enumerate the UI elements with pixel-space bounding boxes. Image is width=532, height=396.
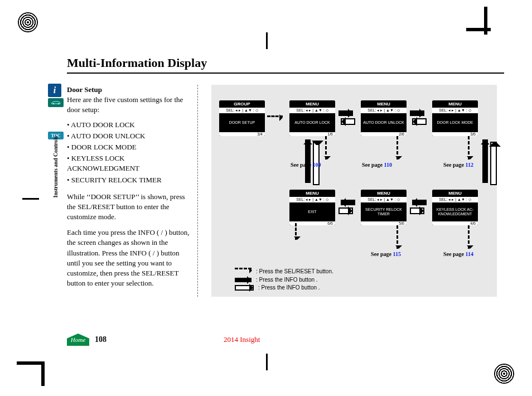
screen-security-relock: MENU SEL: ◂ ▸ | ▲▼ : ◇ SECURITY RELOCK T… — [361, 190, 407, 225]
screen-body: AUTO DOOR LOCK — [289, 113, 335, 132]
arrow-dashed — [295, 223, 297, 240]
crop-mark — [17, 361, 45, 389]
info-tab[interactable]: i — [48, 84, 61, 97]
car-tab-icon[interactable] — [48, 98, 64, 107]
arrow-hollow — [412, 118, 427, 125]
bullet-item: DOOR LOCK MODE — [67, 142, 190, 152]
see-page-ref: See page 115 — [371, 251, 401, 257]
screen-footer: 3/6 — [432, 132, 478, 136]
page-link[interactable]: 110 — [384, 162, 391, 168]
screen-footer: 4/6 — [432, 221, 478, 225]
page-link[interactable]: 115 — [393, 251, 400, 257]
screen-body: SECURITY RELOCK TIMER — [361, 202, 407, 221]
screen-header: MENU — [289, 100, 335, 108]
page-link[interactable]: 109 — [312, 162, 321, 168]
screen-selbar: SEL: ◂ ▸ | ▲▼ : ◇ — [219, 108, 265, 113]
screen-selbar: SEL: ◂ ▸ | ▲▼ : ◇ — [289, 108, 335, 113]
bullet-item: SECURITY RELOCK TIMER — [67, 175, 190, 185]
legend-arrow-solid-icon — [235, 278, 252, 282]
arrow-dashed — [325, 136, 327, 160]
screen-selbar: SEL: ◂ ▸ | ▲▼ : ◇ — [361, 197, 407, 202]
screen-keyless-ack: MENU SEL: ◂ ▸ | ▲▼ : ◇ KEYLESS LOCK AC- … — [432, 190, 478, 225]
legend-text: : Press the INFO button . — [256, 277, 318, 283]
screen-selbar: SEL: ◂ ▸ | ▲▼ : ◇ — [432, 197, 478, 202]
arrow-solid — [482, 139, 488, 183]
screen-auto-door-unlock: MENU SEL: ◂ ▸ | ▲▼ : ◇ AUTO DOOR UNLOCK … — [361, 100, 407, 136]
screen-header: GROUP — [219, 100, 265, 108]
arrow-solid — [412, 200, 427, 205]
see-page-ref: See page 114 — [443, 251, 473, 257]
paragraph: Each time you press the INFO ( / ) butto… — [67, 228, 190, 288]
screen-footer: 1/6 — [289, 132, 335, 136]
screen-exit: MENU SEL: ◂ ▸ | ▲▼ : ◇ EXIT 6/6 — [289, 190, 335, 225]
arrow-dashed — [396, 136, 398, 160]
section-label: Instruments and Controls — [52, 136, 59, 197]
registration-mark — [18, 12, 38, 32]
crop-mark — [266, 32, 268, 49]
arrow-dashed — [468, 136, 470, 160]
page-title: Multi-Information Display — [67, 56, 504, 74]
screen-body: AUTO DOOR UNLOCK — [361, 113, 407, 132]
screen-selbar: SEL: ◂ ▸ | ▲▼ : ◇ — [361, 108, 407, 113]
legend-text: : Press the SEL/RESET button. — [256, 268, 333, 274]
screen-header: MENU — [432, 190, 478, 197]
bullet-item: AUTO DOOR LOCK — [67, 120, 190, 130]
screen-body: KEYLESS LOCK AC- KNOWLEDGMENT — [432, 202, 478, 221]
bullet-item: AUTO DOOR UNLOCK — [67, 131, 190, 141]
screen-header: MENU — [361, 190, 407, 197]
see-page-ref: See page 110 — [362, 162, 392, 168]
screen-body: DOOR LOCK MODE — [432, 113, 478, 132]
crop-mark — [22, 198, 39, 200]
arrow-solid — [338, 110, 353, 116]
screen-header: MENU — [361, 100, 407, 108]
arrow-hollow — [410, 207, 424, 214]
arrow-solid — [305, 139, 311, 183]
arrow-hollow — [338, 207, 353, 214]
page-number: 108 — [95, 335, 107, 344]
screen-header: MENU — [289, 190, 335, 197]
paragraph: While ‘‘DOOR SETUP’’ is shown, press the… — [67, 192, 190, 223]
arrow-dashed — [396, 225, 398, 249]
arrow-hollow — [490, 142, 497, 185]
screen-body: DOOR SETUP — [219, 113, 265, 132]
arrow-solid — [341, 200, 355, 205]
screen-door-setup: GROUP SEL: ◂ ▸ | ▲▼ : ◇ DOOR SETUP 3/4 — [219, 100, 265, 136]
arrow-solid — [410, 110, 424, 116]
crop-mark — [484, 7, 515, 35]
screen-footer: 2/6 — [361, 132, 407, 136]
screen-door-lock-mode: MENU SEL: ◂ ▸ | ▲▼ : ◇ DOOR LOCK MODE 3/… — [432, 100, 478, 136]
legend-arrow-dashed-icon — [235, 268, 252, 275]
arrow-dashed — [267, 115, 283, 117]
crop-mark — [266, 354, 268, 370]
legend-text: : Press the INFO button . — [258, 284, 320, 291]
subheading: Door Setup — [67, 85, 102, 94]
flow-diagram: GROUP SEL: ◂ ▸ | ▲▼ : ◇ DOOR SETUP 3/4 M… — [211, 85, 497, 297]
vehicle-label: 2014 Insight — [224, 335, 260, 344]
screen-selbar: SEL: ◂ ▸ | ▲▼ : ◇ — [289, 197, 335, 202]
screen-selbar: SEL: ◂ ▸ | ▲▼ : ◇ — [432, 108, 478, 113]
screen-auto-door-lock: MENU SEL: ◂ ▸ | ▲▼ : ◇ AUTO DOOR LOCK 1/… — [289, 100, 335, 136]
screen-header: MENU — [432, 100, 478, 108]
page-link[interactable]: 112 — [465, 162, 473, 168]
legend-arrow-hollow-icon — [235, 285, 254, 291]
diagram-legend: : Press the SEL/RESET button. : Press th… — [235, 266, 333, 292]
see-page-ref: See page 112 — [443, 162, 473, 168]
svg-point-0 — [53, 103, 55, 105]
arrow-hollow — [341, 118, 355, 125]
see-page-ref: See page 109 — [291, 162, 321, 168]
svg-point-1 — [58, 103, 60, 105]
screen-body: EXIT — [289, 202, 335, 221]
page-link[interactable]: 114 — [465, 251, 473, 257]
registration-mark — [494, 364, 514, 384]
intro-text: Here are the five custom settings for th… — [67, 95, 183, 114]
screen-footer: 3/4 — [219, 132, 265, 136]
home-button[interactable]: Home — [67, 334, 89, 346]
screen-footer: 5/6 — [361, 221, 407, 225]
body-text-column: Door Setup Here are the five custom sett… — [67, 85, 198, 297]
arrow-dashed — [468, 225, 470, 249]
bullet-item: KEYLESS LOCK ACKNOWLEDGMENT — [67, 153, 190, 173]
